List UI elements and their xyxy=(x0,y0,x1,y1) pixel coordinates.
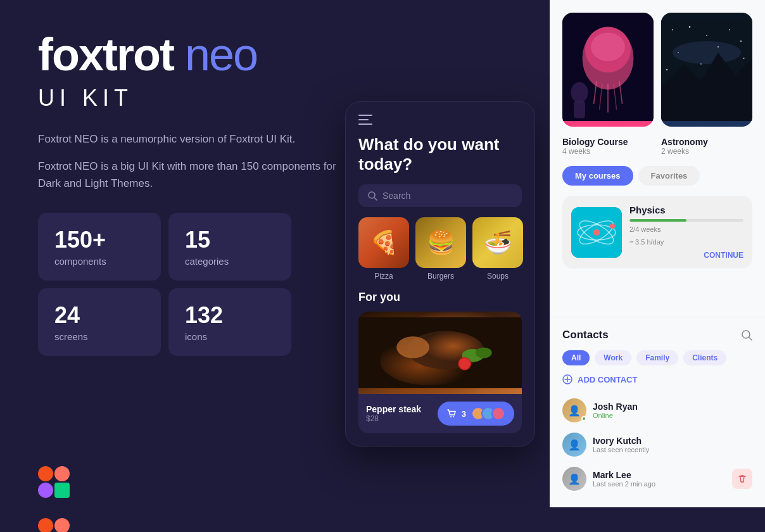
stat-box-icons: 132 icons xyxy=(168,288,291,356)
contact-name-josh: Josh Ryan xyxy=(593,402,752,412)
pizza-visual: 🍕 xyxy=(358,217,409,268)
food-name: Pepper steak xyxy=(366,404,421,414)
contact-info-ivory: Ivory Kutch Last seen recently xyxy=(593,436,752,453)
food-featured-info: Pepper steak $28 3 xyxy=(358,394,522,433)
physics-svg xyxy=(571,207,622,258)
stats-grid: 150+ components 15 categories 24 screens… xyxy=(38,213,291,356)
soups-label: Soups xyxy=(472,272,523,281)
brand-foxtrot: foxtrot xyxy=(38,32,174,77)
food-featured: Pepper steak $28 3 xyxy=(358,312,522,433)
contacts-search-icon[interactable] xyxy=(741,329,752,341)
left-section: foxtrot neo UI KIT Foxtrot NEO is a neum… xyxy=(38,32,342,356)
brand-neo: neo xyxy=(185,32,257,77)
figma-logo xyxy=(38,466,70,507)
description-1: Foxtrot NEO is a neumorphic version of F… xyxy=(38,130,342,148)
svg-point-17 xyxy=(476,348,492,358)
svg-rect-2 xyxy=(54,518,70,532)
description-2: Foxtrot NEO is a big UI Kit with more th… xyxy=(38,158,342,192)
online-indicator-josh xyxy=(581,416,586,421)
plus-icon xyxy=(562,374,572,384)
svg-point-19 xyxy=(459,358,470,369)
physics-image xyxy=(571,207,622,258)
stat-number-screens: 24 xyxy=(54,302,144,329)
astronomy-course-duration: 2 weeks xyxy=(661,147,752,156)
steak-visual xyxy=(358,312,522,394)
svg-point-36 xyxy=(706,35,707,36)
stat-number-categories: 15 xyxy=(185,227,275,253)
avatar-mark: 👤 xyxy=(562,467,586,491)
svg-point-51 xyxy=(610,224,615,229)
food-featured-text: Pepper steak $28 xyxy=(366,404,421,423)
tab-my-courses[interactable]: My courses xyxy=(562,166,633,186)
svg-line-53 xyxy=(749,338,752,340)
physics-weeks: 2/4 weeks xyxy=(629,225,743,233)
svg-point-52 xyxy=(742,331,750,338)
steak-svg xyxy=(358,312,522,394)
food-categories: 🍕 Pizza 🍔 Burgers 🍜 Soups xyxy=(358,217,522,281)
delete-contact-mark[interactable] xyxy=(732,469,752,489)
svg-line-11 xyxy=(374,198,377,200)
stat-label-screens: screens xyxy=(54,331,144,342)
filter-clients[interactable]: Clients xyxy=(683,350,726,365)
astronomy-visual xyxy=(661,13,752,127)
category-soups[interactable]: 🍜 Soups xyxy=(472,217,523,281)
svg-point-21 xyxy=(453,416,454,417)
food-cart-button[interactable]: 3 xyxy=(438,402,514,426)
courses-panel: Biology Course 4 weeks Astronomy 2 weeks… xyxy=(550,0,765,317)
contact-name-ivory: Ivory Kutch xyxy=(593,436,752,446)
menu-icon[interactable] xyxy=(358,115,372,125)
contacts-filter: All Work Family Clients xyxy=(562,350,752,365)
figma-logo-area xyxy=(38,518,70,532)
physics-hours: ≈ 3.5 h/day xyxy=(629,238,743,246)
stat-number-icons: 132 xyxy=(185,302,275,329)
avatar-ivory: 👤 xyxy=(562,433,586,457)
contact-name-mark: Mark Lee xyxy=(593,470,726,480)
search-icon xyxy=(367,191,377,201)
physics-title: Physics xyxy=(629,205,743,215)
contact-status-mark: Last seen 2 min ago xyxy=(593,480,726,488)
biology-course-title: Biology Course xyxy=(562,137,654,147)
food-app: What do you want today? Search 🍕 Pizza 🍔… xyxy=(345,101,535,446)
soups-image: 🍜 xyxy=(472,217,523,268)
pizza-label: Pizza xyxy=(358,272,409,281)
course-titles: Biology Course 4 weeks Astronomy 2 weeks xyxy=(562,137,752,156)
brand-title: foxtrot neo xyxy=(38,32,342,77)
food-search[interactable]: Search xyxy=(358,184,522,207)
category-burgers[interactable]: 🍔 Burgers xyxy=(415,217,466,281)
svg-point-20 xyxy=(450,416,452,417)
svg-point-34 xyxy=(672,29,673,30)
svg-point-44 xyxy=(673,41,741,64)
contact-status-josh: Online xyxy=(593,412,752,419)
right-section: Biology Course 4 weeks Astronomy 2 weeks… xyxy=(550,0,765,532)
filter-work[interactable]: Work xyxy=(595,350,631,365)
continue-button[interactable]: CONTINUE xyxy=(629,251,743,260)
contact-info-mark: Mark Lee Last seen 2 min ago xyxy=(593,470,726,488)
burger-image: 🍔 xyxy=(415,217,466,268)
contact-mark: 👤 Mark Lee Last seen 2 min ago xyxy=(562,462,752,496)
food-price: $28 xyxy=(366,414,421,423)
cart-count: 3 xyxy=(462,409,466,419)
stat-label-icons: icons xyxy=(185,331,275,342)
add-contact-button[interactable]: ADD CONTACT xyxy=(562,374,752,384)
contact-status-ivory: Last seen recently xyxy=(593,446,752,453)
svg-point-35 xyxy=(689,26,691,28)
food-headline: What do you want today? xyxy=(358,135,522,174)
cart-avatar-3 xyxy=(491,407,505,421)
filter-family[interactable]: Family xyxy=(636,350,678,365)
svg-point-41 xyxy=(743,58,744,59)
jellyfish-svg xyxy=(562,13,654,127)
svg-rect-6 xyxy=(38,483,53,498)
steak-image xyxy=(358,312,522,394)
cart-icon xyxy=(446,408,457,419)
courses-images xyxy=(562,13,752,127)
contact-info-josh: Josh Ryan Online xyxy=(593,402,752,419)
filter-all[interactable]: All xyxy=(562,350,590,365)
svg-point-38 xyxy=(740,41,742,42)
stat-number-components: 150+ xyxy=(54,227,144,253)
for-you-label: For you xyxy=(358,291,522,304)
add-contact-label: ADD CONTACT xyxy=(578,375,637,384)
category-pizza[interactable]: 🍕 Pizza xyxy=(358,217,409,281)
biology-course-info: Biology Course 4 weeks xyxy=(562,137,654,156)
tab-favorites[interactable]: Favorites xyxy=(638,166,700,186)
contacts-header: Contacts xyxy=(562,329,752,341)
